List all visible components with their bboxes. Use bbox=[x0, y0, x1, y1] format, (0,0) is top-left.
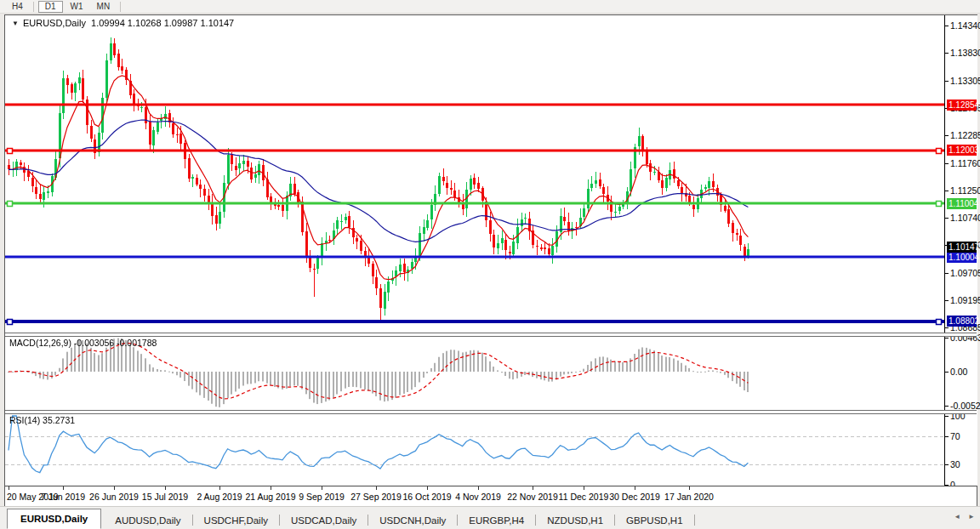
date-tick bbox=[635, 486, 635, 490]
price-axis-tick bbox=[945, 273, 949, 274]
rsi-axis-tick-label: 30 bbox=[950, 459, 960, 469]
macd-axis-tick bbox=[945, 372, 949, 373]
date-tick bbox=[689, 486, 690, 490]
chart-window: ▼EURUSD,Daily 1.09994 1.10268 1.09987 1.… bbox=[4, 14, 977, 506]
price-axis-tick bbox=[945, 218, 949, 219]
rsi-indicator-label: RSI(14) 35.2731 bbox=[9, 415, 75, 425]
date-label: 17 Jan 2020 bbox=[659, 492, 719, 502]
chart-tab-usdcnh-daily[interactable]: USDCNH,Daily bbox=[368, 512, 457, 529]
rsi-indicator-canvas[interactable] bbox=[5, 412, 944, 486]
rsi-axis-tick-label: 70 bbox=[950, 431, 960, 441]
macd-axis-tick bbox=[945, 338, 949, 338]
price-axis[interactable]: 1.143401.138301.133051.127951.122851.117… bbox=[944, 15, 977, 486]
chevron-down-icon[interactable]: ▼ bbox=[12, 20, 19, 27]
price-axis-tick bbox=[945, 135, 949, 136]
tab-scroll-left-icon[interactable]: ◄ bbox=[954, 513, 960, 520]
rsi-axis-tick bbox=[945, 464, 949, 465]
timeframe-toolbar: H4D1W1MN bbox=[0, 0, 980, 14]
price-axis-tick-label: 1.10740 bbox=[950, 213, 980, 223]
macd-axis-tick bbox=[945, 406, 949, 407]
price-axis-tick-label: 1.11760 bbox=[950, 158, 980, 168]
rsi-axis-tick bbox=[945, 416, 949, 417]
date-label: 15 Jul 2019 bbox=[135, 492, 195, 502]
ohlc-values-label: 1.09994 1.10268 1.09987 1.10147 bbox=[91, 18, 234, 28]
chart-tab-audusd-daily[interactable]: AUDUSD,Daily bbox=[104, 512, 191, 529]
hline-price-label: 1.11004 bbox=[947, 198, 977, 209]
date-tick bbox=[165, 486, 166, 490]
date-label: 9 Sep 2019 bbox=[292, 492, 351, 502]
chart-tab-usdchf-daily[interactable]: USDCHF,Daily bbox=[193, 512, 279, 529]
symbol-timeframe-label: EURUSD,Daily bbox=[23, 18, 86, 28]
date-tick bbox=[9, 486, 9, 490]
price-axis-tick bbox=[945, 53, 949, 54]
price-axis-tick bbox=[945, 163, 949, 164]
hline-price-label: 1.08802 bbox=[947, 316, 977, 327]
price-axis-tick-label: 1.13830 bbox=[950, 48, 980, 58]
date-tick bbox=[63, 486, 64, 490]
rsi-name: RSI(14) bbox=[9, 415, 40, 425]
toolbar-separator bbox=[120, 2, 121, 12]
hline-price-label: 1.12854 bbox=[947, 100, 977, 111]
date-tick bbox=[219, 486, 220, 490]
price-axis-tick bbox=[945, 327, 949, 328]
chart-tab-eurgbp-h4[interactable]: EURGBP,H4 bbox=[458, 512, 535, 529]
time-axis[interactable]: 20 May 20197 Jun 201926 Jun 201915 Jul 2… bbox=[5, 486, 977, 506]
price-axis-tick bbox=[945, 300, 949, 301]
toolbar-separator bbox=[33, 2, 34, 12]
chart-tab-gbpusd-h1[interactable]: GBPUSD,H1 bbox=[615, 512, 693, 529]
macd-indicator-label: MACD(12,26,9) -0.003056 -0.001788 bbox=[9, 338, 157, 348]
date-tick bbox=[478, 486, 479, 490]
date-label: 30 Dec 2019 bbox=[605, 492, 664, 502]
chart-tab-bar: EURUSD,DailyAUDUSD,DailyUSDCHF,DailyUSDC… bbox=[0, 506, 980, 529]
pane-splitter-macd[interactable] bbox=[5, 333, 977, 337]
macd-name: MACD(12,26,9) bbox=[9, 338, 71, 348]
date-tick bbox=[584, 486, 584, 490]
date-tick bbox=[376, 486, 377, 490]
chart-tab-usdcad-daily[interactable]: USDCAD,Daily bbox=[280, 512, 368, 529]
price-axis-tick-label: 1.11250 bbox=[950, 185, 980, 196]
date-tick bbox=[427, 486, 428, 490]
date-tick bbox=[322, 486, 322, 490]
hline-price-label: 1.12003 bbox=[947, 145, 977, 156]
chart-symbol-header: ▼EURUSD,Daily 1.09994 1.10268 1.09987 1.… bbox=[12, 18, 234, 28]
chart-tab-nzdusd-h1[interactable]: NZDUSD,H1 bbox=[536, 512, 614, 529]
price-axis-tick-label: 1.09705 bbox=[950, 268, 980, 278]
price-axis-tick-label: 1.09195 bbox=[950, 295, 980, 305]
macd-axis-tick-label: 0.00 bbox=[950, 367, 967, 377]
price-axis-tick bbox=[945, 26, 949, 26]
price-axis-tick-label: 1.13305 bbox=[950, 76, 980, 86]
current-price-label: 1.10147 bbox=[947, 242, 977, 253]
timeframe-button-d1[interactable]: D1 bbox=[38, 1, 63, 13]
timeframe-button-h4[interactable]: H4 bbox=[6, 1, 29, 12]
date-tick bbox=[271, 486, 271, 490]
price-axis-tick bbox=[945, 191, 949, 191]
date-tick bbox=[114, 486, 115, 490]
price-axis-tick-label: 1.12285 bbox=[950, 130, 980, 140]
tab-scroll-nav: ◄ ► bbox=[954, 513, 975, 520]
hline-price-label: 1.10004 bbox=[947, 252, 977, 263]
rsi-value: 35.2731 bbox=[43, 415, 75, 425]
tab-scroll-right-icon[interactable]: ► bbox=[968, 513, 975, 520]
price-axis-tick-label: 1.14340 bbox=[950, 20, 980, 31]
main-price-chart-canvas[interactable] bbox=[5, 15, 944, 333]
chart-tab-eurusd-daily[interactable]: EURUSD,Daily bbox=[7, 509, 101, 529]
date-tick bbox=[533, 486, 533, 490]
timeframe-button-w1[interactable]: W1 bbox=[65, 1, 89, 12]
tab-separator bbox=[694, 515, 695, 526]
macd-values: -0.003056 -0.001788 bbox=[74, 338, 157, 348]
trading-terminal-window: H4D1W1MN ▼EURUSD,Daily 1.09994 1.10268 1… bbox=[0, 0, 980, 529]
date-label: 4 Nov 2019 bbox=[448, 492, 508, 502]
pane-splitter-rsi[interactable] bbox=[5, 410, 977, 414]
rsi-axis-tick bbox=[945, 436, 949, 437]
timeframe-button-mn[interactable]: MN bbox=[91, 1, 117, 12]
price-axis-tick bbox=[945, 81, 949, 82]
